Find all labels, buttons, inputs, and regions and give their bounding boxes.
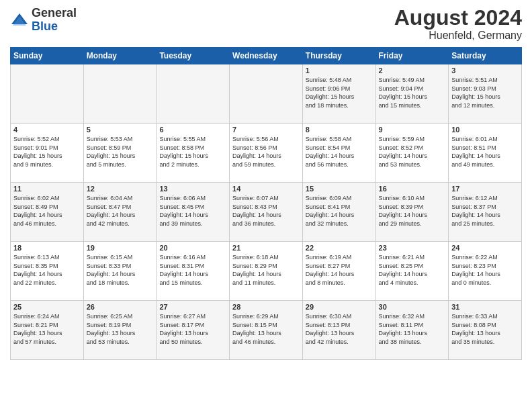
day-number: 7: [232, 126, 300, 134]
day-number: 29: [306, 303, 373, 311]
day-header-saturday: Saturday: [449, 48, 522, 64]
calendar-cell: 25Sunrise: 6:24 AM Sunset: 8:21 PM Dayli…: [11, 301, 84, 360]
day-number: 8: [306, 126, 373, 134]
calendar-cell: 1Sunrise: 5:48 AM Sunset: 9:06 PM Daylig…: [302, 64, 375, 124]
calendar-cell: 20Sunrise: 6:16 AM Sunset: 8:31 PM Dayli…: [157, 242, 230, 301]
cell-content: Sunrise: 6:18 AM Sunset: 8:29 PM Dayligh…: [232, 253, 300, 287]
day-number: 2: [379, 66, 446, 75]
calendar-cell: 8Sunrise: 5:58 AM Sunset: 8:54 PM Daylig…: [302, 124, 375, 183]
day-number: 12: [87, 185, 154, 193]
cell-content: Sunrise: 6:12 AM Sunset: 8:37 PM Dayligh…: [451, 194, 519, 228]
day-header-thursday: Thursday: [302, 48, 375, 64]
cell-content: Sunrise: 5:55 AM Sunset: 8:58 PM Dayligh…: [159, 135, 226, 169]
cell-content: Sunrise: 6:04 AM Sunset: 8:47 PM Dayligh…: [87, 194, 154, 228]
day-number: 3: [451, 66, 519, 75]
cell-content: Sunrise: 6:09 AM Sunset: 8:41 PM Dayligh…: [306, 194, 373, 228]
cell-content: Sunrise: 6:19 AM Sunset: 8:27 PM Dayligh…: [306, 253, 373, 287]
cell-content: Sunrise: 6:25 AM Sunset: 8:19 PM Dayligh…: [87, 312, 154, 346]
day-number: 13: [159, 185, 226, 193]
calendar-cell: 26Sunrise: 6:25 AM Sunset: 8:19 PM Dayli…: [83, 301, 157, 360]
calendar-cell: 17Sunrise: 6:12 AM Sunset: 8:37 PM Dayli…: [449, 183, 522, 242]
title-block: August 2024 Huenfeld, Germany: [394, 7, 522, 42]
calendar-cell: [83, 64, 157, 124]
cell-content: Sunrise: 6:16 AM Sunset: 8:31 PM Dayligh…: [159, 253, 226, 287]
cell-content: Sunrise: 6:32 AM Sunset: 8:11 PM Dayligh…: [379, 312, 446, 346]
day-header-monday: Monday: [83, 48, 157, 64]
calendar-cell: 2Sunrise: 5:49 AM Sunset: 9:04 PM Daylig…: [375, 64, 449, 124]
calendar-cell: 19Sunrise: 6:15 AM Sunset: 8:33 PM Dayli…: [83, 242, 157, 301]
calendar-cell: 14Sunrise: 6:07 AM Sunset: 8:43 PM Dayli…: [230, 183, 303, 242]
calendar-cell: 13Sunrise: 6:06 AM Sunset: 8:45 PM Dayli…: [157, 183, 230, 242]
day-header-wednesday: Wednesday: [230, 48, 303, 64]
calendar-cell: 15Sunrise: 6:09 AM Sunset: 8:41 PM Dayli…: [302, 183, 375, 242]
day-number: 28: [232, 303, 300, 311]
calendar-cell: 23Sunrise: 6:21 AM Sunset: 8:25 PM Dayli…: [375, 242, 449, 301]
cell-content: Sunrise: 6:29 AM Sunset: 8:15 PM Dayligh…: [232, 312, 300, 346]
day-number: 14: [232, 185, 300, 193]
cell-content: Sunrise: 5:48 AM Sunset: 9:06 PM Dayligh…: [306, 76, 373, 109]
calendar-week-5: 25Sunrise: 6:24 AM Sunset: 8:21 PM Dayli…: [11, 301, 522, 360]
month-year: August 2024: [394, 7, 522, 28]
day-number: 27: [159, 303, 226, 311]
calendar-cell: 21Sunrise: 6:18 AM Sunset: 8:29 PM Dayli…: [230, 242, 303, 301]
cell-content: Sunrise: 5:51 AM Sunset: 9:03 PM Dayligh…: [451, 76, 519, 109]
logo-general-text: General: [32, 6, 77, 19]
location: Huenfeld, Germany: [394, 30, 522, 42]
cell-content: Sunrise: 6:30 AM Sunset: 8:13 PM Dayligh…: [306, 312, 373, 346]
cell-content: Sunrise: 5:53 AM Sunset: 8:59 PM Dayligh…: [87, 135, 154, 169]
logo-icon: [10, 11, 29, 30]
calendar-cell: 24Sunrise: 6:22 AM Sunset: 8:23 PM Dayli…: [449, 242, 522, 301]
day-number: 10: [451, 126, 519, 134]
calendar-cell: 9Sunrise: 5:59 AM Sunset: 8:52 PM Daylig…: [375, 124, 449, 183]
cell-content: Sunrise: 6:02 AM Sunset: 8:49 PM Dayligh…: [13, 194, 81, 228]
calendar-cell: 5Sunrise: 5:53 AM Sunset: 8:59 PM Daylig…: [83, 124, 157, 183]
day-number: 22: [306, 244, 373, 252]
day-number: 5: [87, 126, 154, 134]
day-number: 16: [379, 185, 446, 193]
day-number: 4: [13, 126, 81, 134]
cell-content: Sunrise: 6:01 AM Sunset: 8:51 PM Dayligh…: [451, 135, 519, 169]
day-number: 9: [379, 126, 446, 134]
day-number: 17: [451, 185, 519, 193]
day-number: 25: [13, 303, 81, 311]
day-number: 30: [379, 303, 446, 311]
cell-content: Sunrise: 6:10 AM Sunset: 8:39 PM Dayligh…: [379, 194, 446, 228]
calendar-week-1: 1Sunrise: 5:48 AM Sunset: 9:06 PM Daylig…: [11, 64, 522, 124]
day-number: 15: [306, 185, 373, 193]
cell-content: Sunrise: 6:07 AM Sunset: 8:43 PM Dayligh…: [232, 194, 300, 228]
cell-content: Sunrise: 6:06 AM Sunset: 8:45 PM Dayligh…: [159, 194, 226, 228]
calendar-cell: 28Sunrise: 6:29 AM Sunset: 8:15 PM Dayli…: [230, 301, 303, 360]
cell-content: Sunrise: 5:49 AM Sunset: 9:04 PM Dayligh…: [379, 76, 446, 109]
day-number: 20: [159, 244, 226, 252]
day-number: 23: [379, 244, 446, 252]
calendar-cell: 27Sunrise: 6:27 AM Sunset: 8:17 PM Dayli…: [157, 301, 230, 360]
cell-content: Sunrise: 6:33 AM Sunset: 8:08 PM Dayligh…: [451, 312, 519, 346]
day-number: 26: [87, 303, 154, 311]
day-number: 21: [232, 244, 300, 252]
day-number: 19: [87, 244, 154, 252]
page: General Blue August 2024 Huenfeld, Germa…: [0, 0, 532, 411]
day-header-friday: Friday: [375, 48, 449, 64]
header: General Blue August 2024 Huenfeld, Germa…: [10, 7, 522, 42]
day-header-tuesday: Tuesday: [157, 48, 230, 64]
calendar-cell: 18Sunrise: 6:13 AM Sunset: 8:35 PM Dayli…: [11, 242, 84, 301]
day-header-sunday: Sunday: [11, 48, 84, 64]
calendar-cell: 3Sunrise: 5:51 AM Sunset: 9:03 PM Daylig…: [449, 64, 522, 124]
day-number: 24: [451, 244, 519, 252]
calendar-cell: 7Sunrise: 5:56 AM Sunset: 8:56 PM Daylig…: [230, 124, 303, 183]
calendar-cell: 22Sunrise: 6:19 AM Sunset: 8:27 PM Dayli…: [302, 242, 375, 301]
cell-content: Sunrise: 6:21 AM Sunset: 8:25 PM Dayligh…: [379, 253, 446, 287]
cell-content: Sunrise: 5:58 AM Sunset: 8:54 PM Dayligh…: [306, 135, 373, 169]
calendar-cell: 30Sunrise: 6:32 AM Sunset: 8:11 PM Dayli…: [375, 301, 449, 360]
calendar-cell: [157, 64, 230, 124]
calendar-cell: 31Sunrise: 6:33 AM Sunset: 8:08 PM Dayli…: [449, 301, 522, 360]
day-number: 6: [159, 126, 226, 134]
cell-content: Sunrise: 5:52 AM Sunset: 9:01 PM Dayligh…: [13, 135, 81, 169]
day-number: 31: [451, 303, 519, 311]
calendar-cell: 12Sunrise: 6:04 AM Sunset: 8:47 PM Dayli…: [83, 183, 157, 242]
calendar-week-3: 11Sunrise: 6:02 AM Sunset: 8:49 PM Dayli…: [11, 183, 522, 242]
calendar-cell: 11Sunrise: 6:02 AM Sunset: 8:49 PM Dayli…: [11, 183, 84, 242]
logo-blue-text: Blue: [32, 19, 58, 33]
calendar-cell: 6Sunrise: 5:55 AM Sunset: 8:58 PM Daylig…: [157, 124, 230, 183]
cell-content: Sunrise: 6:22 AM Sunset: 8:23 PM Dayligh…: [451, 253, 519, 287]
